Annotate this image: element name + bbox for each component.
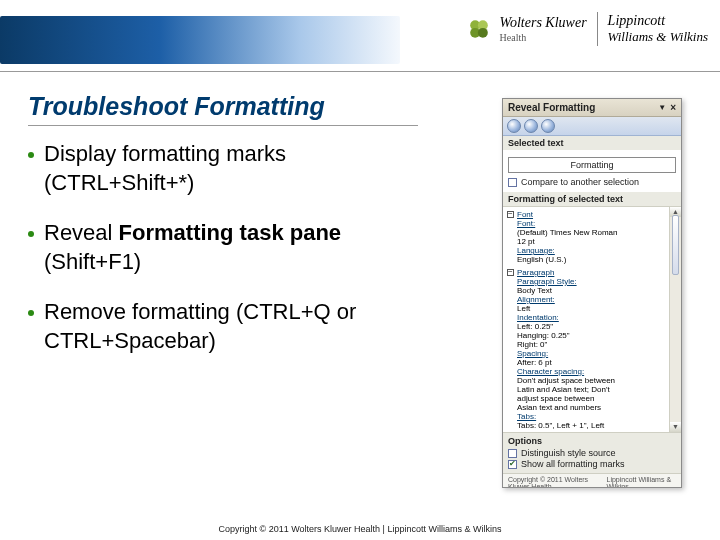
char-spacing-v4: Asian text and numbers — [517, 403, 677, 412]
alignment-value: Left — [517, 304, 677, 313]
checkbox-icon — [508, 178, 517, 187]
bullet-bold: Formatting task pane — [119, 220, 341, 245]
pane-title-text: Reveal Formatting — [508, 102, 658, 113]
bullet-post: (Shift+F1) — [44, 249, 141, 274]
indent-right: Right: 0" — [517, 340, 677, 349]
brand-right-line2: Williams & Wilkins — [608, 29, 708, 45]
bullet-post: (CTRL+Shift+*) — [44, 170, 194, 195]
bullet-pre: Reveal — [44, 220, 119, 245]
scroll-down-icon[interactable]: ▼ — [670, 422, 681, 432]
font-heading: Font — [517, 210, 533, 219]
brand-right-line1: Lippincott — [608, 13, 708, 29]
list-item: Reveal Formatting task pane (Shift+F1) — [28, 219, 400, 276]
para-style-label[interactable]: Paragraph Style: — [517, 277, 577, 286]
pane-footer: Copyright © 2011 Wolters Kluwer Health L… — [503, 473, 681, 488]
font-value2: 12 pt — [517, 237, 677, 246]
selected-text-heading: Selected text — [503, 136, 681, 150]
language-value: English (U.S.) — [517, 255, 677, 264]
brand-lockup: Wolters Kluwer Health Lippincott William… — [468, 12, 708, 46]
pane-options: Options Distinguish style source ✔ Show … — [503, 432, 681, 473]
opt2-label: Show all formatting marks — [521, 459, 625, 469]
forward-icon[interactable] — [524, 119, 538, 133]
font-label[interactable]: Font: — [517, 219, 535, 228]
svg-point-3 — [477, 28, 487, 38]
collapse-icon[interactable] — [507, 211, 514, 218]
language-label[interactable]: Language: — [517, 246, 555, 255]
scroll-thumb[interactable] — [672, 215, 679, 275]
tabs-label[interactable]: Tabs: — [517, 412, 536, 421]
home-icon[interactable] — [541, 119, 555, 133]
indentation-label[interactable]: Indentation: — [517, 313, 559, 322]
header-band: Wolters Kluwer Health Lippincott William… — [0, 0, 720, 72]
char-spacing-v2: Latin and Asian text; Don't — [517, 385, 677, 394]
compare-checkbox[interactable]: Compare to another selection — [508, 177, 676, 187]
para-style-value: Body Text — [517, 286, 677, 295]
wk-clover-icon — [468, 18, 490, 40]
alignment-label[interactable]: Alignment: — [517, 295, 555, 304]
selected-text-body: Formatting Compare to another selection — [503, 150, 681, 192]
list-item: Remove formatting (CTRL+Q or CTRL+Spaceb… — [28, 298, 400, 355]
close-icon[interactable]: × — [670, 102, 676, 113]
brand-left-sub: Health — [500, 32, 587, 43]
slide-footer: Copyright © 2011 Wolters Kluwer Health |… — [0, 524, 720, 534]
header-gradient — [0, 16, 400, 64]
spacing-value: After: 6 pt — [517, 358, 677, 367]
bullet-pre: Remove formatting (CTRL+Q or CTRL+Spaceb… — [44, 299, 356, 353]
paragraph-category[interactable]: Paragraph Paragraph Style: Body Text Ali… — [507, 268, 677, 430]
back-icon[interactable] — [507, 119, 521, 133]
char-spacing-label[interactable]: Character spacing: — [517, 367, 584, 376]
reveal-formatting-pane: Reveal Formatting ▼ × Selected text Form… — [502, 98, 682, 488]
pane-toolbar — [503, 117, 681, 136]
bullet-text: Display formatting marks (CTRL+Shift+*) — [44, 140, 400, 197]
font-category[interactable]: Font Font: (Default) Times New Roman 12 … — [507, 210, 677, 264]
indent-left: Left: 0.25" — [517, 322, 677, 331]
compare-label: Compare to another selection — [521, 177, 639, 187]
brand-right: Lippincott Williams & Wilkins — [608, 13, 708, 45]
tabs-value: Tabs: 0.5", Left + 1", Left — [517, 421, 677, 430]
formatting-heading: Formatting of selected text — [503, 192, 681, 206]
bullet-pre: Display formatting marks — [44, 141, 286, 166]
paragraph-heading: Paragraph — [517, 268, 554, 277]
formatting-tree: Font Font: (Default) Times New Roman 12 … — [503, 206, 681, 432]
sample-text-box[interactable]: Formatting — [508, 157, 676, 173]
show-all-marks-checkbox[interactable]: ✔ Show all formatting marks — [508, 459, 676, 469]
char-spacing-v1: Don't adjust space between — [517, 376, 677, 385]
bullet-text: Remove formatting (CTRL+Q or CTRL+Spaceb… — [44, 298, 400, 355]
pane-footer-right: Lippincott Williams & Wilkins — [606, 476, 676, 488]
pane-menu-dropdown-icon[interactable]: ▼ — [658, 103, 666, 112]
spacing-label[interactable]: Spacing: — [517, 349, 548, 358]
font-value1: (Default) Times New Roman — [517, 228, 677, 237]
pane-titlebar[interactable]: Reveal Formatting ▼ × — [503, 99, 681, 117]
brand-left: Wolters Kluwer Health — [500, 15, 587, 43]
opt1-label: Distinguish style source — [521, 448, 616, 458]
indent-hanging: Hanging: 0.25" — [517, 331, 677, 340]
char-spacing-v3: adjust space between — [517, 394, 677, 403]
bullet-icon — [28, 231, 34, 237]
bullet-icon — [28, 152, 34, 158]
bullet-text: Reveal Formatting task pane (Shift+F1) — [44, 219, 400, 276]
brand-left-main: Wolters Kluwer — [500, 15, 587, 31]
bullet-list: Display formatting marks (CTRL+Shift+*) … — [28, 140, 400, 378]
options-heading: Options — [508, 436, 676, 446]
distinguish-style-checkbox[interactable]: Distinguish style source — [508, 448, 676, 458]
pane-footer-left: Copyright © 2011 Wolters Kluwer Health — [508, 476, 606, 488]
list-item: Display formatting marks (CTRL+Shift+*) — [28, 140, 400, 197]
checkbox-checked-icon: ✔ — [508, 460, 517, 469]
checkbox-icon — [508, 449, 517, 458]
brand-separator — [597, 12, 598, 46]
collapse-icon[interactable] — [507, 269, 514, 276]
page-title: Troubleshoot Formatting — [28, 92, 418, 126]
bullet-icon — [28, 310, 34, 316]
pane-scrollbar[interactable]: ▲ ▼ — [669, 207, 681, 432]
